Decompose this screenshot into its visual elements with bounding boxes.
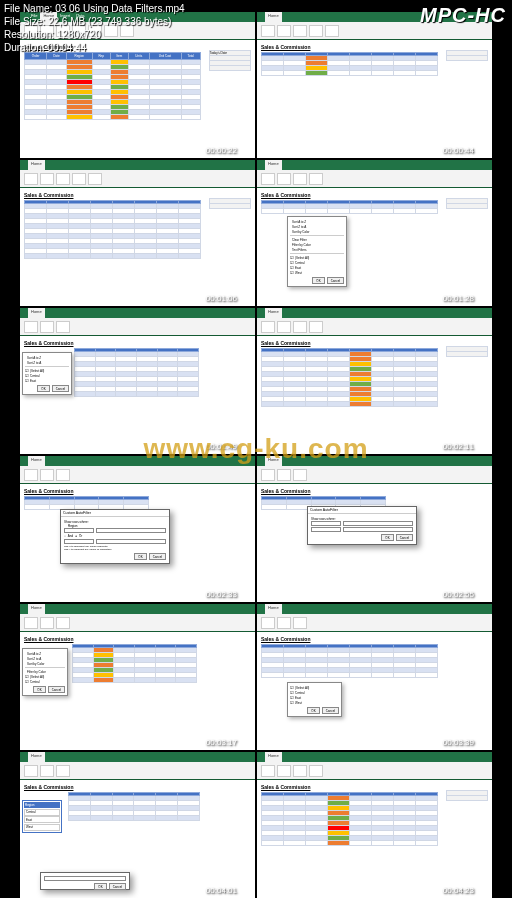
thumbnail-4[interactable]: Home Sales & Commission Sort A to Z Sort…: [257, 160, 492, 306]
slicer-panel[interactable]: Region Central East West: [22, 800, 62, 833]
custom-autofilter-dialog[interactable]: Custom AutoFilter Show rows where: OKCan…: [307, 506, 417, 545]
thumbnail-2[interactable]: Home Sales & Commission 00:00:44: [257, 12, 492, 158]
watermark-text: www.cg-ku.com: [143, 433, 368, 465]
thumbnail-11[interactable]: Home Sales & Commission Region Central E…: [20, 752, 255, 898]
filter-dropdown[interactable]: (Select All) Central East West OKCancel: [287, 682, 342, 717]
side-table: Today's Date: [209, 50, 251, 71]
ok-button[interactable]: OK: [312, 277, 324, 284]
file-info-overlay: File Name: 03 06 Using Data Filters.mp4 …: [4, 2, 185, 54]
filter-dropdown[interactable]: Sort A to Z Sort Z to A Sort by Color Cl…: [287, 216, 347, 287]
thumbnail-8[interactable]: Home Sales & Commission Custom AutoFilte…: [257, 456, 492, 602]
thumbnail-7[interactable]: Home Sales & Commission Custom AutoFilte…: [20, 456, 255, 602]
timestamp: 00:00:22: [206, 146, 237, 155]
custom-autofilter-dialog[interactable]: Custom AutoFilter Show rows where: Regio…: [60, 509, 170, 564]
filter-dropdown[interactable]: Sort A to Z Sort Z to A Sort by Color Fi…: [22, 648, 68, 696]
thumbnail-3[interactable]: Home Sales & Commission 00:01:06: [20, 160, 255, 306]
thumbnail-12[interactable]: Home Sales & Commission 00:04:23: [257, 752, 492, 898]
thumbnail-9[interactable]: Home Sales & Commission Sort A to Z Sort…: [20, 604, 255, 750]
small-dialog[interactable]: OKCancel: [40, 872, 130, 890]
data-table[interactable]: OrderDateRegionRepItemUnitsUnit CostTota…: [24, 52, 201, 120]
cancel-button[interactable]: Cancel: [327, 277, 344, 284]
play-icon: [243, 146, 251, 156]
filter-dropdown[interactable]: Sort A to Z Sort Z to A (Select All) Cen…: [22, 352, 72, 395]
thumbnail-10[interactable]: Home Sales & Commission (Select All) Cen…: [257, 604, 492, 750]
player-logo: MPC-HC: [420, 2, 506, 28]
